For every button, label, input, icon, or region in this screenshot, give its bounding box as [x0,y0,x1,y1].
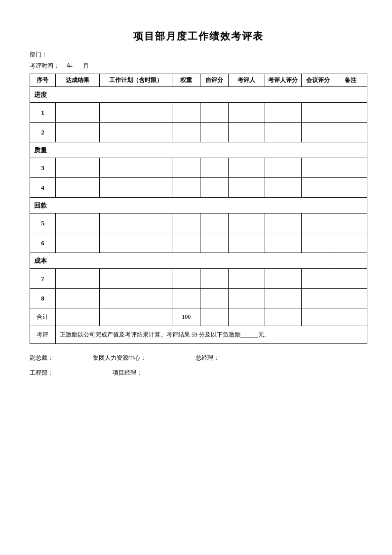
header-weight: 权重 [172,74,200,87]
section-row: 成本 [30,253,367,269]
month-label: 月 [83,62,89,69]
year-label: 年 [67,62,73,69]
table-row: 6 [30,233,367,253]
table-row: 1 [30,103,367,123]
footer-vice-president: 副总裁： [30,352,53,364]
table-row: 5 [30,213,367,233]
section-row: 回款 [30,198,367,213]
footer-engineering-dept: 工程部： [30,367,53,379]
review-time-label: 考评时间： [30,62,59,69]
table-row: 8 [30,289,367,308]
header-plan: 工作计划（含时限） [99,74,172,87]
subtotal-row: 合计100 [30,308,367,326]
header-reviewer-score: 考评人评分 [265,74,301,87]
header-self-score: 自评分 [200,74,229,87]
note-row: 考评正激励以公司完成产值及考评结果计算。考评结果 59 分及以下负激励_____… [30,326,367,344]
header-reviewer: 考评人 [228,74,265,87]
header-meeting-score: 会议评分 [301,74,334,87]
footer-general-manager: 总经理： [196,352,219,364]
header-seq: 序号 [30,74,56,87]
department-label: 部门： [30,51,47,58]
footer-row-2: 工程部： 项目经理： [30,367,367,379]
table-row: 7 [30,269,367,289]
table-row: 3 [30,158,367,178]
table-header-row: 序号 达成结果 工作计划（含时限） 权重 自评分 考评人 考评人评分 会议评分 … [30,74,367,87]
footer-hr-center: 集团人力资源中心： [93,352,146,364]
table-row: 4 [30,178,367,198]
page-title: 项目部月度工作绩效考评表 [30,30,367,43]
section-row: 质量 [30,142,367,158]
header-note: 备注 [334,74,367,87]
section-row: 进度 [30,87,367,103]
table-row: 2 [30,123,367,142]
footer-row-1: 副总裁： 集团人力资源中心： 总经理： [30,352,367,364]
footer-project-manager: 项目经理： [113,367,142,379]
header-result: 达成结果 [55,74,99,87]
